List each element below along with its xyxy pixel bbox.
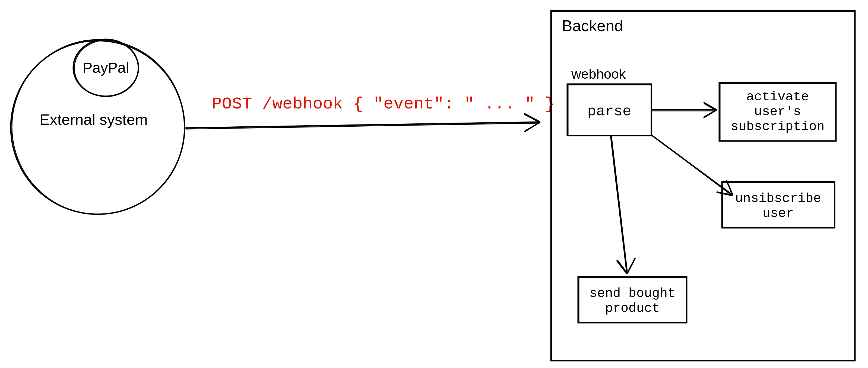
paypal-label: PayPal xyxy=(83,59,129,76)
arrow-parse-unsubscribe xyxy=(651,135,733,196)
unsubscribe-line2: user xyxy=(763,206,794,221)
request-label: POST /webhook { "event": " ... " } xyxy=(212,94,555,113)
svg-line-21 xyxy=(612,136,627,273)
request-arrow: POST /webhook { "event": " ... " } xyxy=(185,94,555,132)
activate-subscription-node: activate user's subscription xyxy=(719,83,836,141)
send-product-node: send bought product xyxy=(578,277,687,323)
send-line1: send bought xyxy=(590,286,676,301)
activate-line3: subscription xyxy=(731,119,825,134)
activate-line2: user's xyxy=(754,104,801,119)
paypal-node: PayPal xyxy=(73,39,138,97)
diagram-canvas: PayPal External system POST /webhook { "… xyxy=(0,0,868,368)
external-system-node: PayPal External system xyxy=(11,39,185,214)
parse-node: parse xyxy=(567,84,651,136)
backend-title: Backend xyxy=(562,17,623,34)
activate-line1: activate xyxy=(746,90,809,104)
parse-label: parse xyxy=(587,103,631,120)
backend-container: Backend webhook parse activate user's su… xyxy=(551,11,855,361)
webhook-label: webhook xyxy=(571,66,626,81)
send-line2: product xyxy=(605,301,660,316)
svg-line-19 xyxy=(652,136,732,196)
arrow-parse-activate xyxy=(651,102,717,118)
external-system-label: External system xyxy=(40,111,148,128)
svg-line-4 xyxy=(185,122,540,128)
unsubscribe-node: unsibscribe user xyxy=(722,182,835,228)
unsubscribe-line1: unsibscribe xyxy=(735,191,821,206)
svg-rect-7 xyxy=(552,12,855,360)
svg-line-5 xyxy=(186,123,539,129)
arrow-parse-send xyxy=(611,136,635,274)
svg-rect-6 xyxy=(551,11,855,361)
svg-line-20 xyxy=(611,136,627,274)
